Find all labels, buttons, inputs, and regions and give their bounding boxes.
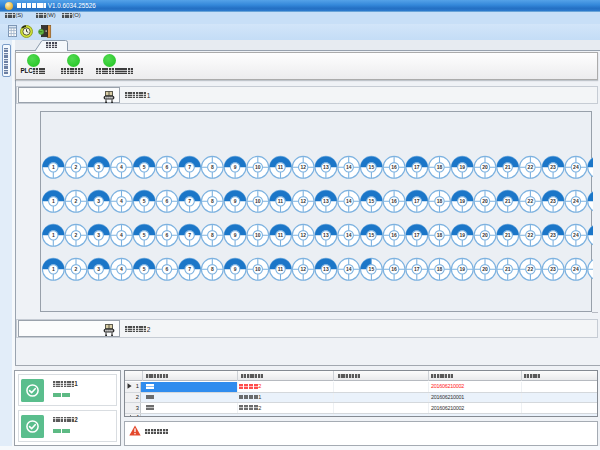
svg-text:5: 5 (143, 232, 146, 238)
svg-text:20: 20 (482, 232, 488, 238)
svg-text:15: 15 (368, 198, 374, 204)
svg-text:5: 5 (143, 164, 146, 170)
svg-text:16: 16 (391, 198, 397, 204)
svg-text:9: 9 (234, 232, 237, 238)
svg-text:5: 5 (143, 266, 146, 272)
svg-text:1: 1 (52, 198, 55, 204)
svg-text:4: 4 (120, 266, 123, 272)
svg-text:16: 16 (391, 164, 397, 170)
svg-text:12: 12 (300, 266, 306, 272)
svg-text:23: 23 (550, 164, 556, 170)
svg-text:23: 23 (550, 232, 556, 238)
svg-text:18: 18 (437, 164, 443, 170)
svg-text:2: 2 (74, 266, 77, 272)
svg-text:7: 7 (188, 198, 191, 204)
svg-text:15: 15 (368, 266, 374, 272)
svg-text:14: 14 (346, 232, 352, 238)
svg-text:23: 23 (550, 198, 556, 204)
svg-text:19: 19 (459, 232, 465, 238)
svg-text:9: 9 (234, 164, 237, 170)
svg-text:16: 16 (391, 232, 397, 238)
svg-text:22: 22 (527, 164, 533, 170)
svg-text:6: 6 (165, 232, 168, 238)
svg-text:24: 24 (573, 232, 579, 238)
svg-text:4: 4 (120, 198, 123, 204)
svg-text:24: 24 (573, 198, 579, 204)
svg-text:1: 1 (52, 266, 55, 272)
svg-text:8: 8 (211, 232, 214, 238)
svg-text:1: 1 (52, 232, 55, 238)
svg-text:12: 12 (300, 164, 306, 170)
svg-text:21: 21 (505, 198, 511, 204)
svg-text:22: 22 (527, 266, 533, 272)
svg-text:13: 13 (323, 198, 329, 204)
svg-text:14: 14 (346, 164, 352, 170)
svg-text:19: 19 (459, 198, 465, 204)
svg-text:24: 24 (573, 164, 579, 170)
svg-text:10: 10 (255, 232, 261, 238)
svg-text:13: 13 (323, 232, 329, 238)
svg-text:12: 12 (300, 198, 306, 204)
svg-text:3: 3 (97, 198, 100, 204)
svg-text:15: 15 (368, 232, 374, 238)
svg-text:11: 11 (278, 198, 284, 204)
svg-text:20: 20 (482, 198, 488, 204)
svg-text:7: 7 (188, 164, 191, 170)
svg-text:1: 1 (52, 164, 55, 170)
svg-text:7: 7 (188, 232, 191, 238)
svg-text:9: 9 (234, 266, 237, 272)
svg-text:2: 2 (74, 164, 77, 170)
svg-text:23: 23 (550, 266, 556, 272)
svg-text:20: 20 (482, 164, 488, 170)
svg-text:17: 17 (414, 232, 420, 238)
svg-text:3: 3 (97, 232, 100, 238)
svg-text:8: 8 (211, 266, 214, 272)
svg-text:2: 2 (74, 232, 77, 238)
svg-text:3: 3 (97, 164, 100, 170)
svg-text:8: 8 (211, 198, 214, 204)
svg-text:21: 21 (505, 164, 511, 170)
svg-text:7: 7 (188, 266, 191, 272)
svg-text:17: 17 (414, 198, 420, 204)
svg-text:2: 2 (74, 198, 77, 204)
svg-text:14: 14 (346, 266, 352, 272)
svg-text:16: 16 (391, 266, 397, 272)
svg-text:11: 11 (278, 232, 284, 238)
svg-text:19: 19 (459, 164, 465, 170)
svg-text:20: 20 (482, 266, 488, 272)
svg-text:9: 9 (234, 198, 237, 204)
svg-text:24: 24 (573, 266, 579, 272)
svg-text:8: 8 (211, 164, 214, 170)
svg-text:21: 21 (505, 232, 511, 238)
svg-text:15: 15 (368, 164, 374, 170)
svg-text:10: 10 (255, 164, 261, 170)
svg-text:17: 17 (414, 266, 420, 272)
svg-text:18: 18 (437, 198, 443, 204)
svg-text:4: 4 (120, 164, 123, 170)
svg-text:22: 22 (527, 198, 533, 204)
svg-text:14: 14 (346, 198, 352, 204)
svg-text:10: 10 (255, 266, 261, 272)
svg-text:6: 6 (165, 266, 168, 272)
svg-text:3: 3 (97, 266, 100, 272)
svg-text:6: 6 (165, 198, 168, 204)
svg-text:18: 18 (437, 266, 443, 272)
svg-text:22: 22 (527, 232, 533, 238)
svg-text:18: 18 (437, 232, 443, 238)
svg-text:21: 21 (505, 266, 511, 272)
svg-text:12: 12 (300, 232, 306, 238)
svg-text:11: 11 (278, 266, 284, 272)
svg-text:5: 5 (143, 198, 146, 204)
svg-text:6: 6 (165, 164, 168, 170)
svg-text:19: 19 (459, 266, 465, 272)
svg-text:11: 11 (278, 164, 284, 170)
svg-text:13: 13 (323, 164, 329, 170)
svg-text:10: 10 (255, 198, 261, 204)
svg-text:13: 13 (323, 266, 329, 272)
svg-text:4: 4 (120, 232, 123, 238)
svg-text:17: 17 (414, 164, 420, 170)
